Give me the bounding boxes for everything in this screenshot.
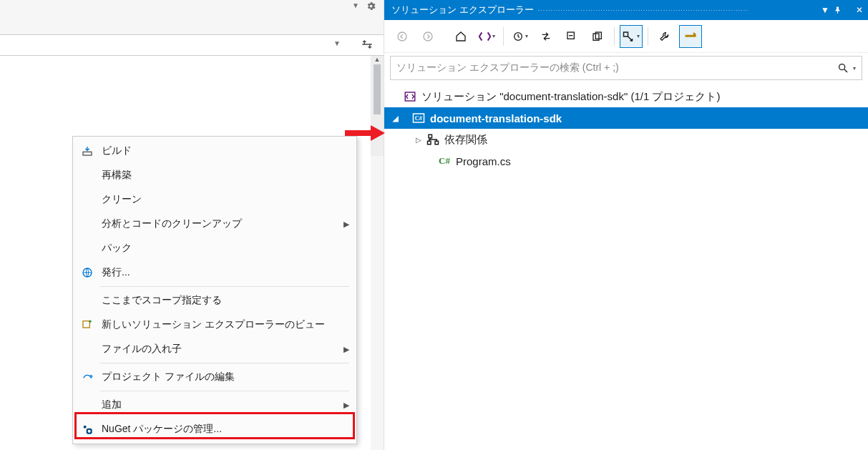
properties-button[interactable]	[653, 25, 676, 48]
node-label: Program.cs	[453, 155, 511, 167]
csharp-project-icon: C#	[410, 112, 427, 124]
scroll-up-icon[interactable]: ▲	[371, 56, 384, 64]
svg-point-7	[424, 32, 432, 41]
solution-tree: ソリューション "document-translation-sdk" (1/1 …	[384, 83, 868, 172]
menu-label: 新しいソリューション エクスプローラーのビュー	[96, 318, 349, 331]
dropdown-caret-icon[interactable]: ▼	[333, 39, 341, 47]
navigation-bar: ▼	[0, 34, 384, 56]
switch-views-button[interactable]: ▾	[475, 25, 498, 48]
svg-rect-20	[435, 141, 439, 145]
editor-options-bar: ▼	[0, 0, 384, 14]
show-all-files-button[interactable]	[586, 25, 609, 48]
dependencies-icon	[424, 133, 442, 146]
home-button[interactable]	[449, 25, 472, 48]
preview-button[interactable]	[679, 25, 702, 48]
gear-icon[interactable]	[366, 1, 376, 11]
close-icon[interactable]: ✕	[851, 5, 868, 15]
search-options-dropdown[interactable]: ▾	[853, 65, 856, 72]
pin-icon[interactable]	[834, 6, 851, 14]
svg-point-3	[84, 426, 87, 429]
menu-item-scope[interactable]: ここまでスコープ指定する	[74, 288, 355, 313]
search-placeholder: ソリューション エクスプローラーの検索 (Ctrl + ;)	[396, 62, 837, 74]
menu-item-new-view[interactable]: 新しいソリューション エクスプローラーのビュー	[74, 313, 355, 337]
svg-text:C#: C#	[415, 115, 423, 122]
menu-label: ここまでスコープ指定する	[96, 294, 349, 307]
svg-rect-12	[624, 32, 628, 36]
menu-label: ビルド	[96, 145, 349, 157]
dropdown-icon[interactable]: ▼	[816, 5, 834, 15]
svg-rect-18	[429, 134, 432, 138]
collapse-all-button[interactable]	[560, 25, 583, 48]
expander-expand-icon[interactable]: ▷	[413, 136, 424, 144]
menu-item-add[interactable]: 追加 ▶	[74, 393, 355, 417]
solution-explorer-toolbar: ▾ ▾ ▾	[384, 20, 868, 53]
tree-node-project[interactable]: ◢ C# document-translation-sdk	[384, 107, 868, 129]
menu-label: クリーン	[96, 193, 349, 206]
callout-arrow-icon	[345, 124, 385, 142]
expander-collapse-icon[interactable]: ◢	[390, 114, 401, 122]
scrollbar-thumb[interactable]	[374, 64, 381, 114]
menu-item-pack[interactable]: パック	[74, 236, 355, 260]
svg-rect-19	[428, 141, 431, 145]
panel-title: ソリューション エクスプローラー	[391, 4, 534, 16]
svg-rect-0	[83, 152, 92, 155]
menu-item-file-nesting[interactable]: ファイルの入れ子 ▶	[74, 337, 355, 361]
solution-explorer-search[interactable]: ソリューション エクスプローラーの検索 (Ctrl + ;) ▾	[390, 56, 862, 80]
cs-file-icon: C#	[436, 155, 453, 167]
menu-separator	[100, 286, 349, 287]
panel-titlebar[interactable]: ソリューション エクスプローラー ∙∙∙∙∙∙∙∙∙∙∙∙∙∙∙∙∙∙∙∙∙∙∙…	[384, 0, 868, 20]
menu-item-edit-project-file[interactable]: プロジェクト ファイルの編集	[74, 365, 355, 389]
titlebar-grip: ∙∙∙∙∙∙∙∙∙∙∙∙∙∙∙∙∙∙∙∙∙∙∙∙∙∙∙∙∙∙∙∙∙∙∙∙∙∙∙∙…	[534, 6, 816, 14]
node-label: document-translation-sdk	[427, 112, 562, 124]
tree-node-dependencies[interactable]: ▷ 依存関係	[384, 129, 868, 150]
menu-label: 分析とコードのクリーンアップ	[96, 217, 343, 230]
back-button[interactable]	[391, 25, 414, 48]
search-icon[interactable]	[837, 62, 849, 74]
submenu-arrow-icon: ▶	[343, 220, 349, 229]
new-view-icon	[79, 319, 96, 331]
menu-label: 発行...	[96, 266, 349, 279]
menu-label: 追加	[96, 398, 343, 411]
toolbar-divider	[648, 27, 648, 46]
submenu-arrow-icon: ▶	[343, 345, 349, 354]
pending-changes-filter-button[interactable]: ▾	[509, 25, 532, 48]
publish-icon	[79, 267, 96, 278]
menu-item-analyze[interactable]: 分析とコードのクリーンアップ ▶	[74, 212, 355, 236]
preview-selected-button[interactable]: ▾	[620, 25, 643, 48]
edit-icon	[79, 371, 96, 383]
solution-explorer-panel: ソリューション エクスプローラー ∙∙∙∙∙∙∙∙∙∙∙∙∙∙∙∙∙∙∙∙∙∙∙…	[384, 0, 868, 450]
menu-separator	[100, 391, 349, 391]
split-horizontal-icon[interactable]	[361, 38, 374, 51]
node-label: 依存関係	[442, 133, 487, 147]
dropdown-caret-icon[interactable]: ▼	[352, 1, 359, 9]
tree-node-program-cs[interactable]: C# Program.cs	[384, 150, 868, 172]
menu-item-rebuild[interactable]: 再構築	[74, 163, 355, 187]
toolbar-divider	[503, 27, 504, 46]
menu-label: ファイルの入れ子	[96, 343, 343, 356]
project-context-menu: ビルド 再構築 クリーン 分析とコードのクリーンアップ ▶ パック 発行... …	[72, 136, 357, 444]
forward-button[interactable]	[416, 25, 439, 48]
nuget-icon	[79, 424, 96, 435]
menu-label: プロジェクト ファイルの編集	[96, 371, 349, 383]
submenu-arrow-icon: ▶	[343, 401, 349, 410]
menu-label: NuGet パッケージの管理...	[96, 423, 349, 436]
menu-item-publish[interactable]: 発行...	[74, 260, 355, 285]
toolbar-divider	[614, 27, 615, 46]
svg-point-14	[839, 64, 845, 70]
menu-label: パック	[96, 242, 349, 255]
tree-node-solution[interactable]: ソリューション "document-translation-sdk" (1/1 …	[384, 86, 868, 107]
sync-button[interactable]	[535, 25, 557, 48]
menu-item-manage-nuget[interactable]: NuGet パッケージの管理...	[74, 417, 355, 441]
svg-rect-2	[83, 321, 89, 328]
svg-point-5	[88, 430, 91, 433]
build-icon	[79, 145, 96, 157]
solution-icon	[401, 90, 419, 103]
menu-item-build[interactable]: ビルド	[74, 139, 355, 163]
svg-point-6	[398, 32, 406, 41]
menu-separator	[100, 363, 349, 363]
menu-label: 再構築	[96, 169, 349, 182]
menu-item-clean[interactable]: クリーン	[74, 187, 355, 212]
node-label: ソリューション "document-translation-sdk" (1/1 …	[419, 90, 720, 104]
